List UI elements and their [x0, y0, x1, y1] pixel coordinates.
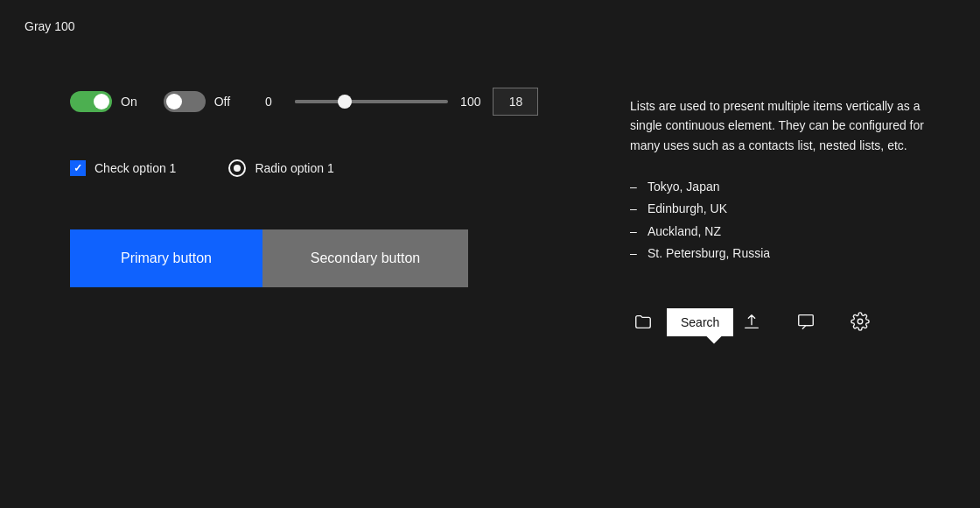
- chat-icon: [796, 312, 816, 331]
- radio-group: Radio option 1: [228, 159, 333, 177]
- left-panel: On Off 0 100 18 ✓: [0, 0, 595, 508]
- slider-row: 0 100 18: [265, 88, 538, 116]
- upload-icon-button[interactable]: [738, 308, 765, 335]
- toggle-off[interactable]: [164, 91, 206, 112]
- radio-label: Radio option 1: [255, 161, 333, 175]
- settings-icon: [850, 312, 870, 331]
- settings-icon-button[interactable]: [847, 308, 873, 335]
- toggles-slider-row: On Off 0 100 18: [70, 88, 534, 116]
- list-item: Tokyo, Japan: [630, 176, 945, 198]
- toggle-on-knob: [94, 94, 109, 109]
- svg-point-3: [858, 319, 863, 324]
- checkbox-group: ✓ Check option 1: [70, 160, 176, 176]
- folder-icon: [634, 312, 653, 331]
- toggle-off-label: Off: [214, 95, 230, 109]
- checkbox-check-icon: ✓: [74, 162, 82, 174]
- radio-option1[interactable]: [228, 159, 246, 177]
- checkbox-option1[interactable]: ✓: [70, 160, 86, 176]
- svg-rect-2: [799, 315, 814, 326]
- toggle-on-group: On: [70, 91, 137, 112]
- search-tooltip: Search: [667, 308, 733, 336]
- list-description: Lists are used to present multiple items…: [630, 96, 945, 155]
- folder-icon-button[interactable]: [630, 308, 656, 335]
- toggle-on-label: On: [121, 95, 137, 109]
- secondary-button[interactable]: Secondary button: [262, 229, 468, 287]
- toggle-on[interactable]: [70, 91, 112, 112]
- toggle-off-knob: [166, 94, 182, 109]
- options-row: ✓ Check option 1 Radio option 1: [70, 159, 534, 177]
- slider-value: 18: [509, 95, 523, 109]
- buttons-row: Primary button Secondary button: [70, 229, 534, 287]
- slider-min-label: 0: [265, 95, 283, 109]
- slider-max-label: 100: [460, 95, 480, 109]
- slider-value-box: 18: [493, 88, 538, 116]
- radio-inner: [234, 165, 241, 172]
- list-item: Auckland, NZ: [630, 221, 945, 243]
- chat-icon-button[interactable]: [793, 308, 819, 335]
- list-item: St. Petersburg, Russia: [630, 243, 945, 265]
- city-list: Tokyo, Japan Edinburgh, UK Auckland, NZ …: [630, 176, 945, 265]
- slider-fill: [295, 100, 341, 103]
- primary-button[interactable]: Primary button: [70, 229, 262, 287]
- slider-track-container[interactable]: [295, 100, 448, 103]
- list-item: Edinburgh, UK: [630, 198, 945, 220]
- toggle-off-group: Off: [164, 91, 230, 112]
- checkbox-label: Check option 1: [94, 161, 176, 175]
- right-panel: Lists are used to present multiple items…: [595, 0, 980, 508]
- upload-icon: [742, 312, 761, 331]
- slider-thumb[interactable]: [338, 95, 352, 109]
- bottom-right-section: Search: [630, 308, 945, 335]
